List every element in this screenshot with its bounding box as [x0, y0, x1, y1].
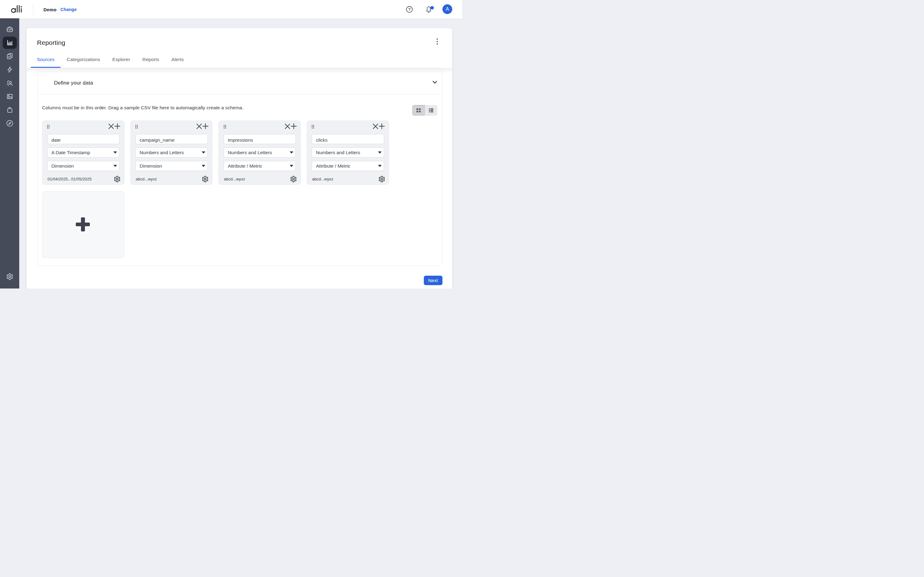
svg-text:?: ?	[408, 7, 411, 12]
